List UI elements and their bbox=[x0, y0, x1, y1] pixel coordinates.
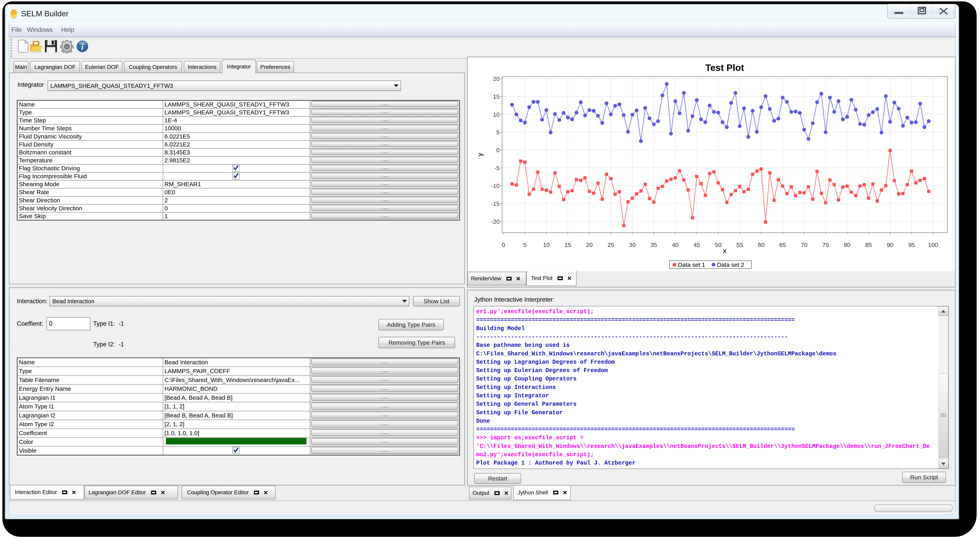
svg-text:-15: -15 bbox=[491, 201, 500, 207]
svg-text:y: y bbox=[476, 153, 484, 156]
svg-text:Data set 2: Data set 2 bbox=[717, 261, 744, 268]
svg-text:85: 85 bbox=[865, 242, 872, 248]
svg-text:5: 5 bbox=[523, 242, 527, 248]
svg-text:-5: -5 bbox=[494, 165, 500, 171]
svg-text:70: 70 bbox=[801, 242, 808, 248]
svg-text:15: 15 bbox=[493, 93, 500, 100]
svg-text:40: 40 bbox=[672, 242, 679, 248]
svg-text:20: 20 bbox=[586, 242, 593, 248]
svg-text:95: 95 bbox=[908, 242, 915, 248]
svg-text:30: 30 bbox=[629, 242, 636, 248]
svg-text:35: 35 bbox=[651, 242, 657, 248]
svg-text:10: 10 bbox=[493, 111, 500, 118]
svg-text:-10: -10 bbox=[491, 183, 500, 189]
svg-text:i: i bbox=[81, 42, 84, 51]
svg-text:50: 50 bbox=[715, 242, 722, 248]
svg-text:75: 75 bbox=[822, 242, 829, 248]
svg-text:80: 80 bbox=[844, 242, 850, 248]
svg-text:100: 100 bbox=[928, 242, 938, 248]
svg-text:-20: -20 bbox=[491, 218, 500, 225]
svg-text:Data set 1: Data set 1 bbox=[678, 261, 705, 268]
svg-text:Test Plot: Test Plot bbox=[705, 62, 744, 73]
svg-text:5: 5 bbox=[496, 129, 500, 135]
svg-text:65: 65 bbox=[780, 242, 786, 248]
svg-text:55: 55 bbox=[737, 242, 743, 248]
svg-text:45: 45 bbox=[694, 242, 700, 248]
svg-text:25: 25 bbox=[608, 242, 614, 248]
svg-text:0: 0 bbox=[502, 242, 505, 248]
svg-text:15: 15 bbox=[565, 242, 571, 248]
svg-text:60: 60 bbox=[758, 242, 765, 248]
svg-text:0: 0 bbox=[496, 147, 500, 153]
svg-text:90: 90 bbox=[887, 242, 893, 248]
svg-text:x: x bbox=[723, 247, 727, 255]
svg-text:20: 20 bbox=[493, 75, 500, 82]
svg-text:10: 10 bbox=[543, 242, 550, 248]
